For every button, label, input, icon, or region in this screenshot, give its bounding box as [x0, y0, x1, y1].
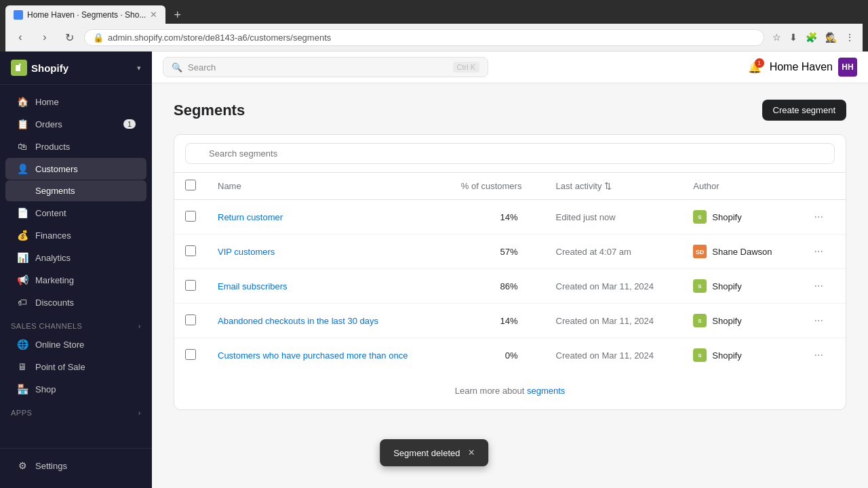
svg-text:S: S [698, 214, 703, 220]
create-segment-button[interactable]: Create segment [762, 100, 847, 121]
row-checkbox-cell [174, 269, 207, 304]
row-last-activity: Edited just now [545, 200, 683, 235]
sidebar-item-settings[interactable]: ⚙ Settings [5, 455, 146, 476]
table-search-row: 🔍 [174, 135, 846, 173]
bookmark-button[interactable]: ☆ [770, 29, 784, 45]
sidebar-item-marketing[interactable]: 📢 Marketing [5, 269, 146, 291]
topbar-right: 🔔 1 Home Haven HH [748, 58, 857, 77]
tab-close-button[interactable]: ✕ [150, 9, 157, 20]
tab-title: Home Haven · Segments · Sho... [27, 10, 146, 20]
toast-notification: Segment deleted × [380, 439, 488, 466]
sidebar-item-discounts[interactable]: 🏷 Discounts [5, 291, 146, 313]
sidebar-item-finances[interactable]: 💰 Finances [5, 224, 146, 246]
author-name: Shopify [712, 281, 741, 291]
store-avatar[interactable]: Home Haven HH [770, 58, 857, 77]
row-percent: 86% [450, 269, 545, 304]
shopify-logo-text: Shopify [31, 62, 68, 74]
row-checkbox-cell [174, 235, 207, 269]
row-checkbox[interactable] [185, 280, 196, 291]
row-actions-button[interactable]: ··· [809, 312, 829, 329]
row-checkbox[interactable] [185, 349, 196, 360]
forward-button[interactable]: › [35, 28, 54, 47]
search-bar-container[interactable]: 🔍 Search Ctrl K [163, 57, 488, 77]
main-content: 🔍 Search Ctrl K 🔔 1 Home Haven HH [152, 52, 868, 488]
sidebar-item-label: Shop [35, 384, 56, 394]
sidebar-item-products[interactable]: 🛍 Products [5, 136, 146, 157]
sidebar-item-label: Home [35, 97, 59, 107]
new-tab-button[interactable]: + [168, 7, 186, 24]
row-name[interactable]: Email subscribers [207, 269, 450, 304]
sidebar-item-label: Online Store [35, 340, 84, 350]
row-name[interactable]: Customers who have purchased more than o… [207, 338, 450, 373]
row-name[interactable]: Return customer [207, 200, 450, 235]
browser-chrome: Home Haven · Segments · Sho... ✕ + ‹ › ↻… [0, 0, 868, 52]
table-body: Return customer 14% Edited just now S Sh… [174, 200, 846, 373]
search-placeholder: Search [188, 62, 216, 73]
row-checkbox[interactable] [185, 211, 196, 222]
settings-icon: ⚙ [16, 460, 28, 471]
avatar-circle: HH [838, 58, 857, 77]
sidebar-item-orders[interactable]: 📋 Orders 1 [5, 113, 146, 135]
sidebar-item-analytics[interactable]: 📊 Analytics [5, 247, 146, 268]
row-actions-cell: ··· [798, 338, 846, 373]
sidebar-item-segments[interactable]: Segments [5, 180, 146, 201]
svg-rect-0 [15, 12, 22, 18]
row-name[interactable]: VIP customers [207, 235, 450, 269]
active-tab[interactable]: Home Haven · Segments · Sho... ✕ [5, 5, 165, 24]
row-percent: 57% [450, 235, 545, 269]
page-header: Segments Create segment [174, 100, 846, 121]
select-all-checkbox[interactable] [185, 180, 196, 190]
svg-text:S: S [698, 283, 703, 289]
extensions-button[interactable]: 🧩 [803, 29, 820, 45]
address-bar[interactable]: 🔒 admin.shopify.com/store/de8143-a6/cust… [84, 29, 764, 46]
row-name[interactable]: Abandoned checkouts in the last 30 days [207, 304, 450, 338]
learn-more-section: Learn more about segments [174, 372, 846, 409]
row-percent: 14% [450, 304, 545, 338]
row-author-cell: S Shopify [682, 304, 797, 338]
learn-more-link[interactable]: segments [527, 386, 565, 396]
orders-badge: 1 [123, 119, 136, 129]
segments-search-input[interactable] [185, 143, 835, 164]
sidebar-item-label: Discounts [35, 298, 74, 308]
row-checkbox-cell [174, 338, 207, 373]
sales-channels-expand-icon[interactable]: › [138, 322, 141, 330]
sort-icon[interactable]: ⇅ [604, 181, 612, 191]
sidebar-item-label: Analytics [35, 253, 71, 263]
row-actions-button[interactable]: ··· [809, 277, 829, 295]
toast-close-button[interactable]: × [468, 447, 474, 458]
sidebar-item-content[interactable]: 📄 Content [5, 202, 146, 224]
row-actions-button[interactable]: ··· [809, 346, 829, 364]
lock-icon: 🔒 [93, 33, 104, 43]
download-button[interactable]: ⬇ [787, 29, 800, 45]
sidebar-item-point-of-sale[interactable]: 🖥 Point of Sale [5, 356, 146, 378]
pos-icon: 🖥 [16, 361, 28, 372]
notification-button[interactable]: 🔔 1 [748, 61, 762, 74]
back-button[interactable]: ‹ [11, 28, 30, 47]
row-actions-button[interactable]: ··· [809, 208, 829, 226]
incognito-button[interactable]: 🕵 [823, 29, 840, 45]
menu-button[interactable]: ⋮ [842, 29, 857, 45]
shopify-logo: Shopify [11, 60, 68, 76]
author-icon: SD [693, 245, 707, 258]
author-icon: S [693, 314, 707, 327]
sidebar-item-customers[interactable]: 👤 Customers [5, 158, 146, 180]
products-icon: 🛍 [16, 141, 28, 152]
sidebar-item-home[interactable]: 🏠 Home [5, 91, 146, 113]
reload-button[interactable]: ↻ [60, 28, 79, 47]
store-name: Home Haven [770, 61, 833, 73]
row-checkbox[interactable] [185, 314, 196, 325]
table-header: Name % of customers Last activity ⇅ Auth… [174, 173, 846, 200]
row-actions-button[interactable]: ··· [809, 243, 829, 260]
topbar: 🔍 Search Ctrl K 🔔 1 Home Haven HH [152, 52, 868, 83]
sidebar-item-online-store[interactable]: 🌐 Online Store [5, 333, 146, 355]
sidebar-header: Shopify ▾ [0, 52, 152, 85]
store-selector[interactable]: ▾ [137, 64, 141, 73]
row-percent: 0% [450, 338, 545, 373]
apps-expand-icon[interactable]: › [138, 409, 141, 417]
row-checkbox[interactable] [185, 245, 196, 256]
sidebar-item-shop[interactable]: 🏪 Shop [5, 378, 146, 400]
segments-table-container: 🔍 Name % of customers Last [174, 134, 846, 410]
segments-table: Name % of customers Last activity ⇅ Auth… [174, 173, 846, 372]
row-percent: 14% [450, 200, 545, 235]
sidebar-item-label: Products [35, 142, 70, 152]
